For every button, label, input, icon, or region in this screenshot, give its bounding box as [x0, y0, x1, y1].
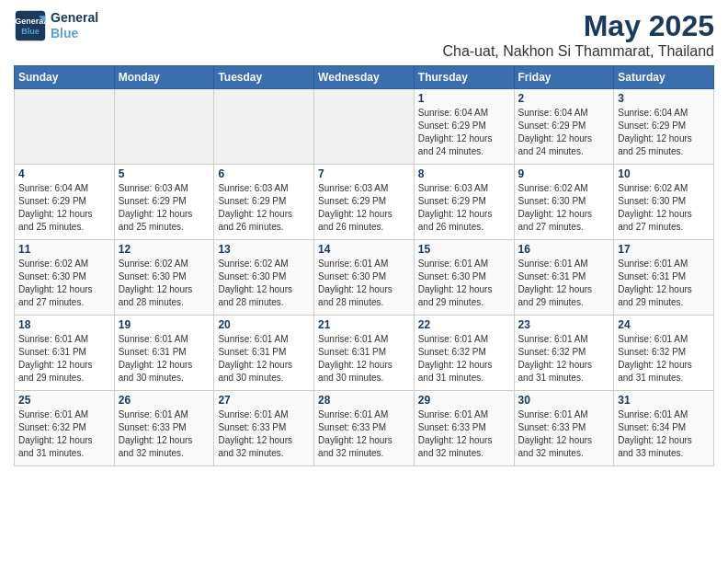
cell-content: 9Sunrise: 6:02 AMSunset: 6:30 PMDaylight… — [518, 167, 610, 236]
day-info: Sunrise: 6:04 AMSunset: 6:29 PMDaylight:… — [618, 107, 710, 158]
day-number: 15 — [418, 243, 510, 256]
day-number: 13 — [218, 243, 310, 256]
day-number: 2 — [518, 92, 610, 105]
cell-content: 5Sunrise: 6:03 AMSunset: 6:29 PMDaylight… — [119, 167, 210, 236]
calendar-cell: 1Sunrise: 6:04 AMSunset: 6:29 PMDaylight… — [414, 89, 514, 165]
day-number: 11 — [18, 243, 110, 256]
cell-content: 8Sunrise: 6:03 AMSunset: 6:29 PMDaylight… — [418, 167, 510, 236]
calendar-cell: 31Sunrise: 6:01 AMSunset: 6:34 PMDayligh… — [614, 391, 714, 466]
day-number: 12 — [119, 243, 210, 256]
cell-content: 14Sunrise: 6:01 AMSunset: 6:30 PMDayligh… — [318, 243, 410, 312]
calendar-cell: 7Sunrise: 6:03 AMSunset: 6:29 PMDaylight… — [314, 165, 415, 240]
day-info: Sunrise: 6:01 AMSunset: 6:32 PMDaylight:… — [518, 333, 610, 385]
cell-content: 29Sunrise: 6:01 AMSunset: 6:33 PMDayligh… — [418, 394, 510, 463]
day-number: 31 — [618, 394, 710, 407]
calendar-cell: 12Sunrise: 6:02 AMSunset: 6:30 PMDayligh… — [114, 240, 214, 316]
calendar-cell: 24Sunrise: 6:01 AMSunset: 6:32 PMDayligh… — [614, 316, 714, 391]
cell-content: 25Sunrise: 6:01 AMSunset: 6:32 PMDayligh… — [18, 394, 110, 463]
day-number: 23 — [518, 318, 610, 331]
cell-content: 23Sunrise: 6:01 AMSunset: 6:32 PMDayligh… — [518, 318, 610, 387]
day-number: 29 — [418, 394, 510, 407]
day-number: 27 — [218, 394, 310, 407]
day-number: 7 — [318, 167, 410, 180]
day-number: 19 — [119, 318, 210, 331]
calendar-cell: 11Sunrise: 6:02 AMSunset: 6:30 PMDayligh… — [15, 240, 115, 316]
header-tuesday: Tuesday — [214, 66, 314, 89]
cell-content: 20Sunrise: 6:01 AMSunset: 6:31 PMDayligh… — [218, 318, 310, 387]
title-block: May 2025 Cha-uat, Nakhon Si Thammarat, T… — [442, 9, 714, 60]
day-number: 28 — [318, 394, 410, 407]
day-info: Sunrise: 6:02 AMSunset: 6:30 PMDaylight:… — [119, 258, 210, 309]
day-info: Sunrise: 6:02 AMSunset: 6:30 PMDaylight:… — [18, 258, 110, 309]
day-number: 25 — [18, 394, 110, 407]
day-number: 8 — [418, 167, 510, 180]
cell-content: 12Sunrise: 6:02 AMSunset: 6:30 PMDayligh… — [119, 243, 210, 312]
header-saturday: Saturday — [614, 66, 714, 89]
cell-content: 28Sunrise: 6:01 AMSunset: 6:33 PMDayligh… — [318, 394, 410, 463]
logo: General Blue General Blue — [14, 9, 98, 42]
svg-text:Blue: Blue — [21, 27, 40, 36]
cell-content: 3Sunrise: 6:04 AMSunset: 6:29 PMDaylight… — [618, 92, 710, 161]
calendar-cell: 21Sunrise: 6:01 AMSunset: 6:31 PMDayligh… — [314, 316, 415, 391]
day-info: Sunrise: 6:01 AMSunset: 6:30 PMDaylight:… — [418, 258, 510, 309]
day-info: Sunrise: 6:01 AMSunset: 6:30 PMDaylight:… — [318, 258, 410, 309]
calendar-cell: 8Sunrise: 6:03 AMSunset: 6:29 PMDaylight… — [414, 165, 514, 240]
day-number: 30 — [518, 394, 610, 407]
day-info: Sunrise: 6:04 AMSunset: 6:29 PMDaylight:… — [418, 107, 510, 158]
subtitle: Cha-uat, Nakhon Si Thammarat, Thailand — [442, 43, 714, 60]
day-number: 16 — [518, 243, 610, 256]
calendar-cell: 22Sunrise: 6:01 AMSunset: 6:32 PMDayligh… — [414, 316, 514, 391]
day-info: Sunrise: 6:01 AMSunset: 6:33 PMDaylight:… — [518, 408, 610, 460]
calendar-cell: 13Sunrise: 6:02 AMSunset: 6:30 PMDayligh… — [214, 240, 314, 316]
day-info: Sunrise: 6:01 AMSunset: 6:33 PMDaylight:… — [119, 408, 210, 460]
day-info: Sunrise: 6:03 AMSunset: 6:29 PMDaylight:… — [218, 182, 310, 234]
day-info: Sunrise: 6:01 AMSunset: 6:32 PMDaylight:… — [418, 333, 510, 385]
day-info: Sunrise: 6:01 AMSunset: 6:34 PMDaylight:… — [618, 408, 710, 460]
cell-content: 10Sunrise: 6:02 AMSunset: 6:30 PMDayligh… — [618, 167, 710, 236]
day-info: Sunrise: 6:03 AMSunset: 6:29 PMDaylight:… — [119, 182, 210, 234]
calendar-cell: 18Sunrise: 6:01 AMSunset: 6:31 PMDayligh… — [15, 316, 115, 391]
calendar-cell: 6Sunrise: 6:03 AMSunset: 6:29 PMDaylight… — [214, 165, 314, 240]
day-info: Sunrise: 6:01 AMSunset: 6:31 PMDaylight:… — [518, 258, 610, 309]
week-row-3: 11Sunrise: 6:02 AMSunset: 6:30 PMDayligh… — [15, 240, 714, 316]
header-monday: Monday — [114, 66, 214, 89]
day-info: Sunrise: 6:01 AMSunset: 6:32 PMDaylight:… — [18, 408, 110, 460]
calendar-cell — [114, 89, 214, 165]
calendar-header-row: SundayMondayTuesdayWednesdayThursdayFrid… — [15, 66, 714, 89]
cell-content: 31Sunrise: 6:01 AMSunset: 6:34 PMDayligh… — [618, 394, 710, 463]
day-info: Sunrise: 6:03 AMSunset: 6:29 PMDaylight:… — [418, 182, 510, 234]
calendar-table: SundayMondayTuesdayWednesdayThursdayFrid… — [14, 65, 714, 466]
calendar-cell — [314, 89, 415, 165]
logo-text: General Blue — [51, 10, 98, 41]
cell-content: 19Sunrise: 6:01 AMSunset: 6:31 PMDayligh… — [119, 318, 210, 387]
day-info: Sunrise: 6:01 AMSunset: 6:31 PMDaylight:… — [119, 333, 210, 385]
cell-content: 30Sunrise: 6:01 AMSunset: 6:33 PMDayligh… — [518, 394, 610, 463]
day-info: Sunrise: 6:03 AMSunset: 6:29 PMDaylight:… — [318, 182, 410, 234]
calendar-cell: 20Sunrise: 6:01 AMSunset: 6:31 PMDayligh… — [214, 316, 314, 391]
cell-content: 15Sunrise: 6:01 AMSunset: 6:30 PMDayligh… — [418, 243, 510, 312]
logo-icon: General Blue — [14, 9, 47, 42]
day-info: Sunrise: 6:01 AMSunset: 6:32 PMDaylight:… — [618, 333, 710, 385]
day-info: Sunrise: 6:01 AMSunset: 6:31 PMDaylight:… — [18, 333, 110, 385]
cell-content: 16Sunrise: 6:01 AMSunset: 6:31 PMDayligh… — [518, 243, 610, 312]
day-number: 1 — [418, 92, 510, 105]
day-info: Sunrise: 6:01 AMSunset: 6:33 PMDaylight:… — [318, 408, 410, 460]
day-number: 5 — [119, 167, 210, 180]
day-number: 10 — [618, 167, 710, 180]
cell-content: 4Sunrise: 6:04 AMSunset: 6:29 PMDaylight… — [18, 167, 110, 236]
day-info: Sunrise: 6:01 AMSunset: 6:31 PMDaylight:… — [218, 333, 310, 385]
day-number: 18 — [18, 318, 110, 331]
calendar-cell — [214, 89, 314, 165]
day-number: 24 — [618, 318, 710, 331]
calendar-cell: 9Sunrise: 6:02 AMSunset: 6:30 PMDaylight… — [514, 165, 614, 240]
day-info: Sunrise: 6:02 AMSunset: 6:30 PMDaylight:… — [618, 182, 710, 234]
header-sunday: Sunday — [15, 66, 115, 89]
cell-content: 13Sunrise: 6:02 AMSunset: 6:30 PMDayligh… — [218, 243, 310, 312]
week-row-4: 18Sunrise: 6:01 AMSunset: 6:31 PMDayligh… — [15, 316, 714, 391]
cell-content: 18Sunrise: 6:01 AMSunset: 6:31 PMDayligh… — [18, 318, 110, 387]
week-row-5: 25Sunrise: 6:01 AMSunset: 6:32 PMDayligh… — [15, 391, 714, 466]
day-number: 14 — [318, 243, 410, 256]
calendar-cell: 19Sunrise: 6:01 AMSunset: 6:31 PMDayligh… — [114, 316, 214, 391]
calendar-cell — [15, 89, 115, 165]
day-number: 20 — [218, 318, 310, 331]
